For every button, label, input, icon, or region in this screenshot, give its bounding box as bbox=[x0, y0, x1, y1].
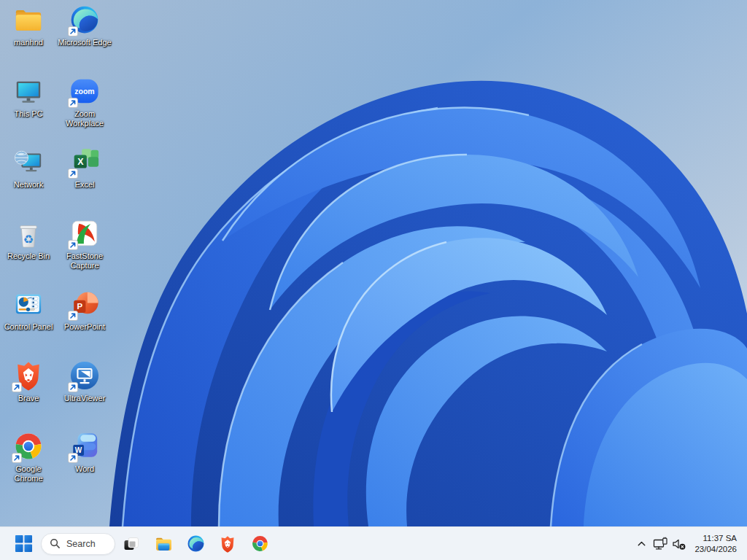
desktop-icon-label: Word bbox=[75, 464, 94, 474]
desktop-icon-powerpoint[interactable]: PowerPoint bbox=[57, 287, 112, 357]
desktop-icon-label: FastStone Capture bbox=[57, 252, 112, 271]
desktop-icon-label: UltraViewer bbox=[64, 394, 106, 403]
shortcut-arrow-icon bbox=[68, 240, 78, 250]
tray-date: 23/04/2026 bbox=[694, 544, 737, 555]
system-tray: 11:37 SA 23/04/2026 bbox=[632, 530, 747, 558]
tray-time: 11:37 SA bbox=[694, 533, 737, 544]
this-pc-icon bbox=[12, 74, 44, 108]
desktop-icon-zoom-workplace[interactable]: Zoom Workplace bbox=[57, 74, 112, 144]
shortcut-arrow-icon bbox=[68, 98, 78, 108]
desktop-icon-this-pc[interactable]: This PC bbox=[1, 74, 56, 144]
faststone-icon bbox=[69, 217, 101, 250]
desktop-icon-label: PowerPoint bbox=[64, 322, 105, 332]
shortcut-arrow-icon bbox=[68, 382, 78, 392]
edge-taskbar-button[interactable] bbox=[179, 529, 212, 559]
desktop-icon-word[interactable]: Word bbox=[57, 429, 112, 499]
brave-icon bbox=[12, 359, 44, 392]
desktop[interactable]: manhnd This PC Network Recycle Bin Contr… bbox=[0, 0, 747, 526]
desktop-icon-control-panel[interactable]: Control Panel bbox=[1, 287, 56, 357]
desktop-icon-manhnd[interactable]: manhnd bbox=[1, 3, 56, 72]
chrome-taskbar-button[interactable] bbox=[244, 529, 276, 559]
desktop-icon-excel[interactable]: Excel bbox=[57, 145, 112, 214]
file-explorer-button[interactable] bbox=[147, 529, 179, 559]
desktop-icon-microsoft-edge[interactable]: Microsoft Edge bbox=[57, 3, 112, 72]
desktop-icon-label: Excel bbox=[75, 180, 95, 190]
folder-icon bbox=[12, 3, 44, 36]
search-label: Search bbox=[66, 539, 96, 549]
desktop-icon-label: This PC bbox=[14, 109, 42, 119]
start-button[interactable] bbox=[9, 529, 38, 559]
desktop-icon-label: Zoom Workplace bbox=[57, 109, 112, 128]
word-icon bbox=[69, 429, 101, 463]
task-view-icon bbox=[123, 535, 140, 553]
search-icon bbox=[50, 538, 61, 549]
brave-taskbar-button[interactable] bbox=[212, 529, 244, 559]
desktop-icon-label: Brave bbox=[18, 394, 39, 403]
edge-icon bbox=[69, 3, 101, 36]
brave-icon bbox=[219, 535, 236, 553]
ultraviewer-icon bbox=[69, 359, 101, 392]
shortcut-arrow-icon bbox=[12, 382, 22, 392]
shortcut-arrow-icon bbox=[68, 168, 78, 179]
clock[interactable]: 11:37 SA 23/04/2026 bbox=[689, 533, 740, 555]
desktop-icon-label: Control Panel bbox=[4, 322, 53, 332]
shortcut-arrow-icon bbox=[68, 26, 78, 36]
windows-logo-icon bbox=[15, 534, 33, 553]
desktop-icon-recycle-bin[interactable]: Recycle Bin bbox=[1, 217, 56, 286]
shortcut-arrow-icon bbox=[12, 453, 22, 463]
desktop-icon-label: Network bbox=[14, 180, 43, 190]
edge-icon bbox=[187, 534, 205, 553]
shortcut-arrow-icon bbox=[68, 311, 78, 321]
shortcut-arrow-icon bbox=[68, 453, 78, 463]
network-icon bbox=[12, 145, 44, 179]
network-button[interactable] bbox=[651, 530, 670, 558]
chrome-icon bbox=[251, 534, 269, 553]
hidden-icons-button[interactable] bbox=[632, 530, 651, 558]
task-view-button[interactable] bbox=[115, 529, 147, 559]
excel-icon bbox=[69, 145, 101, 179]
chrome-icon bbox=[12, 429, 44, 463]
desktop-icon-ultraviewer[interactable]: UltraViewer bbox=[57, 359, 112, 428]
ethernet-network-icon bbox=[653, 537, 668, 551]
desktop-icon-label: Recycle Bin bbox=[7, 252, 50, 261]
file-explorer-icon bbox=[155, 534, 173, 553]
desktop-icon-label: Microsoft Edge bbox=[58, 38, 111, 47]
desktop-icon-network[interactable]: Network bbox=[1, 145, 56, 214]
search-box[interactable]: Search bbox=[41, 533, 115, 555]
volume-muted-icon bbox=[672, 537, 686, 551]
volume-button[interactable] bbox=[670, 530, 689, 558]
desktop-icon-label: manhnd bbox=[14, 38, 43, 47]
desktop-icon-label: Google Chrome bbox=[1, 464, 56, 483]
control-panel-icon bbox=[12, 287, 44, 321]
powerpoint-icon bbox=[69, 287, 101, 321]
desktop-icon-google-chrome[interactable]: Google Chrome bbox=[1, 429, 56, 499]
recycle-bin-icon bbox=[12, 217, 44, 250]
chevron-up-icon bbox=[635, 537, 648, 550]
zoom-icon bbox=[69, 74, 101, 108]
desktop-icon-brave[interactable]: Brave bbox=[1, 359, 56, 428]
desktop-icon-faststone-capture[interactable]: FastStone Capture bbox=[57, 217, 112, 286]
taskbar: Search bbox=[0, 526, 747, 560]
